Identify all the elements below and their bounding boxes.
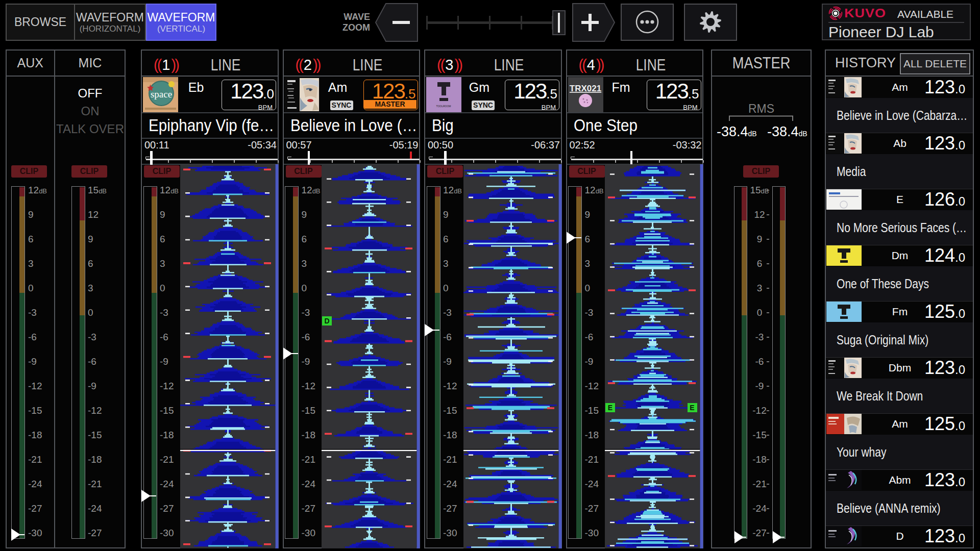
svg-text:TRX021: TRX021 [569,84,601,93]
svg-text:TOOLROOM: TOOLROOM [436,105,451,108]
svg-text:space: space [151,89,172,99]
